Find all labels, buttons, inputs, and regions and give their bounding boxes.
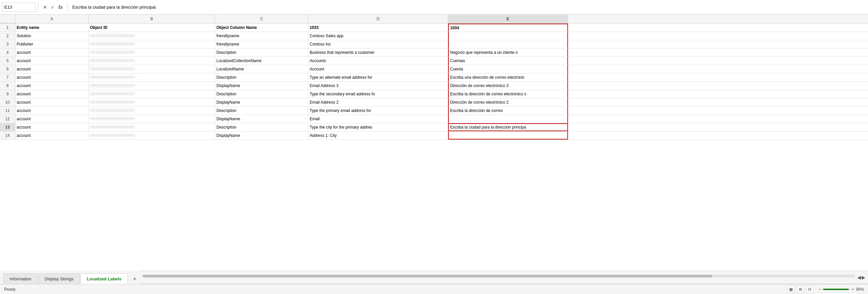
cell-C8[interactable]: DisplayName (215, 82, 308, 90)
cell-A5[interactable]: account (15, 57, 89, 65)
cell-C5[interactable]: LocalizedCollectionName (215, 57, 308, 65)
cell-D6[interactable]: Account (308, 65, 448, 73)
cell-D3[interactable]: Contoso Inc (308, 40, 448, 48)
col-header-e[interactable]: E (448, 14, 568, 23)
scroll-left-icon[interactable]: ◀ (857, 275, 861, 280)
cell-E2[interactable] (448, 32, 568, 40)
cell-D14[interactable]: Address 1: City (308, 132, 448, 140)
cell-D4[interactable]: Business that represents a customer (308, 48, 448, 57)
cell-C13[interactable]: Description (215, 123, 308, 131)
cell-D10[interactable]: Email Address 2 (308, 98, 448, 106)
tab-information[interactable]: Information (3, 273, 38, 284)
cell-C11[interactable]: Description (215, 107, 308, 115)
cell-E13[interactable]: Escriba la ciudad para la dirección prin… (448, 123, 568, 131)
cell-B13[interactable]: •••••••••••••••••••••••••••••••• (89, 123, 215, 131)
confirm-icon[interactable]: ✓ (51, 4, 55, 10)
cell-B2[interactable]: •••••••••••••••••••••••••••••••• (89, 32, 215, 40)
cell-B1[interactable]: Object ID (89, 24, 215, 32)
cell-E8[interactable]: Dirección de correo electrónico 3 (448, 82, 568, 90)
scroll-thumb[interactable] (143, 275, 712, 278)
cell-D11[interactable]: Type the primary email address for (308, 107, 448, 115)
table-row: 8account••••••••••••••••••••••••••••••••… (0, 82, 868, 90)
scroll-right-icon[interactable]: ▶ (862, 275, 865, 280)
cell-E14[interactable] (448, 132, 568, 140)
cell-C14[interactable]: DisplayName (215, 132, 308, 140)
cell-E7[interactable]: Escriba una dirección de correo electrón… (448, 73, 568, 81)
cell-E1[interactable]: 1034 (448, 24, 568, 32)
cell-B3[interactable]: •••••••••••••••••••••••••••••••• (89, 40, 215, 48)
row-number: 9 (0, 90, 15, 98)
cell-A9[interactable]: account (15, 90, 89, 98)
zoom-slider[interactable] (823, 289, 850, 290)
normal-view-icon[interactable]: ▦ (787, 286, 795, 293)
cell-C12[interactable]: DisplayName (215, 115, 308, 123)
cell-E10[interactable]: Dirección de correo electrónico 2 (448, 98, 568, 106)
page-break-icon[interactable]: ⊟ (806, 286, 813, 293)
cell-D1[interactable]: 1033 (308, 24, 448, 32)
cell-A8[interactable]: account (15, 82, 89, 90)
cell-E4[interactable]: Negocio que representa a un cliente o (448, 48, 568, 57)
col-header-a[interactable]: A (15, 14, 89, 23)
col-header-c[interactable]: C (215, 14, 308, 23)
cell-C1[interactable]: Object Column Name (215, 24, 308, 32)
cell-E11[interactable]: Escriba la dirección de correo (448, 107, 568, 115)
cell-C3[interactable]: friendlyname (215, 40, 308, 48)
formula-bar-separator (38, 3, 38, 12)
cell-C9[interactable]: Description (215, 90, 308, 98)
cell-B6[interactable]: •••••••••••••••••••••••••••••••• (89, 65, 215, 73)
zoom-out-icon[interactable]: − (819, 287, 821, 292)
cell-A2[interactable]: Solution (15, 32, 89, 40)
cell-D12[interactable]: Email (308, 115, 448, 123)
cell-D7[interactable]: Type an alternate email address for (308, 73, 448, 81)
cell-A6[interactable]: account (15, 65, 89, 73)
view-icons: ▦ ⊞ ⊟ (787, 286, 813, 293)
tab-display-strings[interactable]: Display Strings (38, 273, 80, 284)
cell-C6[interactable]: LocalizedName (215, 65, 308, 73)
zoom-slider-fill (823, 289, 849, 290)
cell-B7[interactable]: •••••••••••••••••••••••••••••••• (89, 73, 215, 81)
cell-A12[interactable]: account (15, 115, 89, 123)
cell-B11[interactable]: •••••••••••••••••••••••••••••••• (89, 107, 215, 115)
horizontal-scrollbar[interactable] (143, 275, 855, 280)
add-tab-button[interactable]: + (130, 274, 140, 284)
cell-A14[interactable]: account (15, 132, 89, 140)
cancel-icon[interactable]: ✕ (43, 4, 47, 10)
table-row: 9account••••••••••••••••••••••••••••••••… (0, 90, 868, 98)
cell-C10[interactable]: DisplayName (215, 98, 308, 106)
function-icon[interactable]: fx (58, 4, 63, 10)
cell-B9[interactable]: •••••••••••••••••••••••••••••••• (89, 90, 215, 98)
cell-reference-box[interactable]: E13 (2, 3, 35, 12)
cell-C7[interactable]: Description (215, 73, 308, 81)
cell-B14[interactable]: •••••••••••••••••••••••••••••••• (89, 132, 215, 140)
cell-A4[interactable]: account (15, 48, 89, 57)
cell-B12[interactable]: •••••••••••••••••••••••••••••••• (89, 115, 215, 123)
cell-D5[interactable]: Accounts (308, 57, 448, 65)
formula-input[interactable] (70, 3, 866, 12)
cell-B10[interactable]: •••••••••••••••••••••••••••••••• (89, 98, 215, 106)
cell-A13[interactable]: account (15, 123, 89, 131)
cell-A3[interactable]: Publisher (15, 40, 89, 48)
col-header-d[interactable]: D (308, 14, 448, 23)
cell-B5[interactable]: •••••••••••••••••••••••••••••••• (89, 57, 215, 65)
zoom-in-icon[interactable]: + (852, 287, 854, 292)
cell-E6[interactable]: Cuenta (448, 65, 568, 73)
cell-D2[interactable]: Contoso Sales app (308, 32, 448, 40)
cell-C2[interactable]: friendlyname (215, 32, 308, 40)
cell-D9[interactable]: Type the secondary email address fo (308, 90, 448, 98)
cell-B4[interactable]: •••••••••••••••••••••••••••••••• (89, 48, 215, 57)
cell-E3[interactable] (448, 40, 568, 48)
cell-D13[interactable]: Type the city for the primary addres (308, 123, 448, 131)
cell-A10[interactable]: account (15, 98, 89, 106)
cell-A1[interactable]: Entity name (15, 24, 89, 32)
cell-A11[interactable]: account (15, 107, 89, 115)
tab-localized-labels[interactable]: Localized Labels (81, 273, 128, 284)
cell-B8[interactable]: •••••••••••••••••••••••••••••••• (89, 82, 215, 90)
cell-E5[interactable]: Cuentas (448, 57, 568, 65)
cell-A7[interactable]: account (15, 73, 89, 81)
col-header-b[interactable]: B (89, 14, 215, 23)
cell-E9[interactable]: Escriba la dirección de correo electróni… (448, 90, 568, 98)
cell-D8[interactable]: Email Address 3 (308, 82, 448, 90)
cell-C4[interactable]: Description (215, 48, 308, 57)
page-layout-icon[interactable]: ⊞ (797, 286, 804, 293)
cell-E12[interactable] (448, 115, 568, 123)
